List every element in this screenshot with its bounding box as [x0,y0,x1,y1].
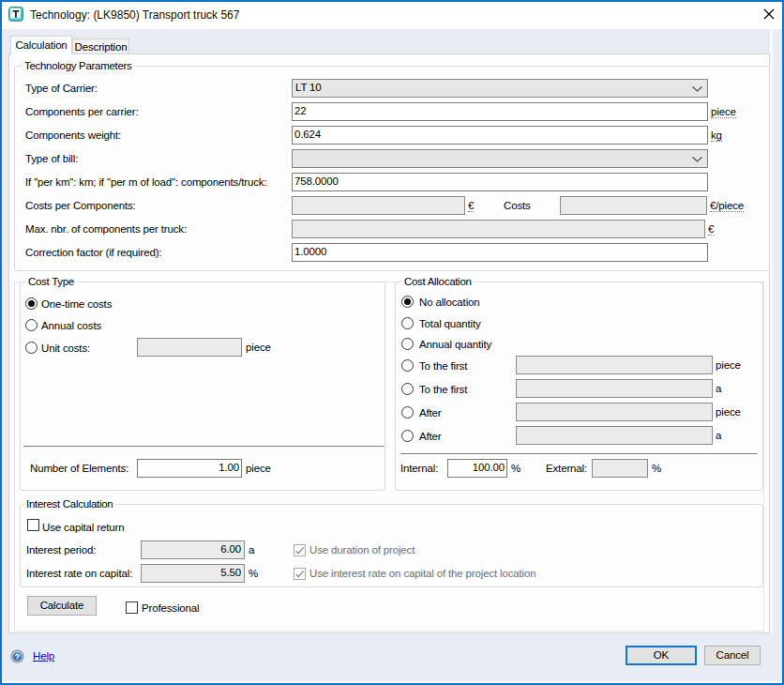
svg-text:?: ? [15,652,20,662]
